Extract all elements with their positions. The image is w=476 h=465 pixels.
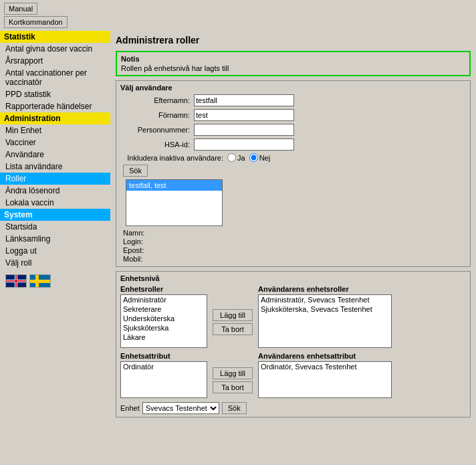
user-info-epost: Epost: [123, 246, 466, 254]
enhet-row: Enhet Svevacs Testenhet Sök [120, 402, 466, 414]
enhetsroller-item-3[interactable]: Sjuksköterska [121, 323, 207, 333]
enhet-label: Enhet [120, 404, 140, 412]
personnummer-input[interactable] [194, 124, 294, 136]
enhetsroller-layout: Enhetsroller Administratör Sekreterare U… [120, 285, 466, 348]
enhetsroller-item-1[interactable]: Sekreterare [121, 304, 207, 314]
sidebar-item-startsida[interactable]: Startsida [0, 221, 110, 233]
sidebar-header-statistik: Statistik [0, 31, 110, 43]
enhetsattribut-listbox[interactable]: Ordinatör [120, 361, 207, 398]
manual-button[interactable]: Manual [4, 3, 37, 15]
inkludera-label: Inkludera inaktiva användare: [120, 154, 227, 162]
fornamn-input[interactable] [194, 109, 294, 121]
enhetsattribut-actions: Lägg till Ta bort [210, 363, 255, 398]
enhetsattribut-label: Enhetsattribut [120, 352, 207, 360]
sidebar-item-andralosen[interactable]: Ändra lösenord [0, 185, 110, 197]
sidebar-header-administration: Administration [0, 112, 110, 124]
valjanvandare-section: Välj användare Efternamn: Förnamn: Perso… [116, 80, 471, 267]
content-area: Administrera roller Notis Rollen på enhe… [110, 31, 476, 423]
anvandareenhetsroller-label: Användarens enhetsroller [258, 285, 392, 293]
enhetsniva-section: Enhetsnivå Enhetsroller Administratör Se… [116, 271, 471, 417]
anvandareenhetsroller-listbox[interactable]: Administratör, Svevacs Testenhet Sjukskö… [258, 294, 392, 348]
enhetsroller-listbox[interactable]: Administratör Sekreterare Undersköterska… [120, 294, 207, 348]
efternamn-input[interactable] [194, 94, 294, 106]
tabort2-button[interactable]: Ta bort [213, 381, 253, 393]
radio-nej[interactable]: Nej [249, 153, 271, 162]
sidebar-item-roller[interactable]: Roller [0, 173, 110, 185]
enhetsroller-actions: Lägg till Ta bort [210, 296, 255, 348]
flag-uk[interactable] [5, 274, 27, 288]
notis-text: Rollen på enhetsnivå har lagts till [121, 64, 465, 72]
sidebar-item-valjroll[interactable]: Välj roll [0, 257, 110, 269]
anvandareenhetsroller-col: Användarens enhetsroller Administratör, … [258, 285, 392, 348]
enhetsniva-title: Enhetsnivå [120, 274, 466, 282]
enhet-select[interactable]: Svevacs Testenhet [142, 402, 219, 414]
sidebar-item-vacciner[interactable]: Vacciner [0, 136, 110, 149]
radio-ja-input[interactable] [227, 153, 236, 162]
sidebar-item-ppd[interactable]: PPD statistik [0, 88, 110, 100]
notis-box: Notis Rollen på enhetsnivå har lagts til… [116, 51, 471, 76]
user-info-login: Login: [123, 238, 466, 246]
search-button[interactable]: Sök [123, 165, 148, 177]
valjanvandare-title: Välj användare [120, 84, 466, 92]
sidebar-item-listaanvandare[interactable]: Lista användare [0, 161, 110, 173]
user-listbox[interactable]: testfall, test [126, 179, 223, 226]
laggtill2-button[interactable]: Lägg till [213, 367, 253, 379]
hsa-input[interactable] [194, 138, 294, 151]
user-info: Namn: Login: Epost: Mobil: [123, 229, 466, 263]
inkludera-radiogroup: Ja Nej [227, 153, 270, 162]
tabort-button[interactable]: Ta bort [213, 323, 253, 335]
radio-nej-input[interactable] [249, 153, 258, 162]
radio-ja[interactable]: Ja [227, 153, 245, 162]
enhetsroller-item-4[interactable]: Läkare [121, 333, 207, 342]
user-info-namn: Namn: [123, 229, 466, 237]
anvandareenhetsattribut-listbox[interactable]: Ordinatör, Svevacs Testenhet [258, 361, 392, 398]
user-info-mobil: Mobil: [123, 255, 466, 263]
sidebar-item-lanksamling[interactable]: Länksamling [0, 233, 110, 245]
shortcuts-button[interactable]: Kortkommandon [4, 16, 68, 28]
efternamn-label: Efternamn: [120, 96, 194, 104]
enhetsroller-item-0[interactable]: Administratör [121, 295, 207, 304]
anvandareenhetsattribut-label: Användarens enhetsattribut [258, 352, 392, 360]
enhetsroller-label: Enhetsroller [120, 285, 207, 293]
enhetsattribut-layout: Enhetsattribut Ordinatör Lägg till Ta bo… [120, 352, 466, 398]
enhet-search-button[interactable]: Sök [222, 402, 247, 414]
sidebar-item-vaccinationer[interactable]: Antal vaccinationer per vaccinatör [0, 67, 110, 88]
anvandareenhetsattribut-col: Användarens enhetsattribut Ordinatör, Sv… [258, 352, 392, 398]
sidebar-item-loggaut[interactable]: Logga ut [0, 245, 110, 257]
anvandareenhetsroller-item-0[interactable]: Administratör, Svevacs Testenhet [259, 295, 391, 304]
enhetsattribut-item-0[interactable]: Ordinatör [121, 362, 207, 371]
flag-sweden[interactable] [29, 274, 51, 288]
enhetsroller-col: Enhetsroller Administratör Sekreterare U… [120, 285, 207, 348]
anvandareenhetsroller-item-1[interactable]: Sjuksköterska, Svevacs Testenhet [259, 304, 391, 314]
enhetsroller-item-2[interactable]: Undersköterska [121, 314, 207, 323]
page-title: Administrera roller [116, 33, 471, 47]
sidebar-header-system: System [0, 209, 110, 221]
flags-container [0, 269, 110, 293]
sidebar: Statistik Antal givna doser vaccin Årsra… [0, 31, 110, 423]
radio-nej-label: Nej [259, 154, 271, 162]
hsa-label: HSA-id: [120, 141, 194, 149]
fornamn-label: Förnamn: [120, 111, 194, 119]
laggtill-button[interactable]: Lägg till [213, 309, 253, 321]
user-listbox-item[interactable]: testfall, test [126, 180, 222, 191]
sidebar-item-rapporterade[interactable]: Rapporterade händelser [0, 100, 110, 112]
sidebar-item-doser[interactable]: Antal givna doser vaccin [0, 43, 110, 55]
anvandareenhetsattribut-item-0[interactable]: Ordinatör, Svevacs Testenhet [259, 362, 391, 371]
radio-ja-label: Ja [237, 154, 245, 162]
sidebar-item-lokalavaccin[interactable]: Lokala vaccin [0, 197, 110, 209]
sidebar-item-arsrapport[interactable]: Årsrapport [0, 55, 110, 67]
enhetsattribut-col: Enhetsattribut Ordinatör [120, 352, 207, 398]
notis-label: Notis [121, 55, 465, 63]
sidebar-item-minenhet[interactable]: Min Enhet [0, 124, 110, 136]
sidebar-item-anvandare[interactable]: Användare [0, 149, 110, 161]
personnummer-label: Personnummer: [120, 126, 194, 134]
